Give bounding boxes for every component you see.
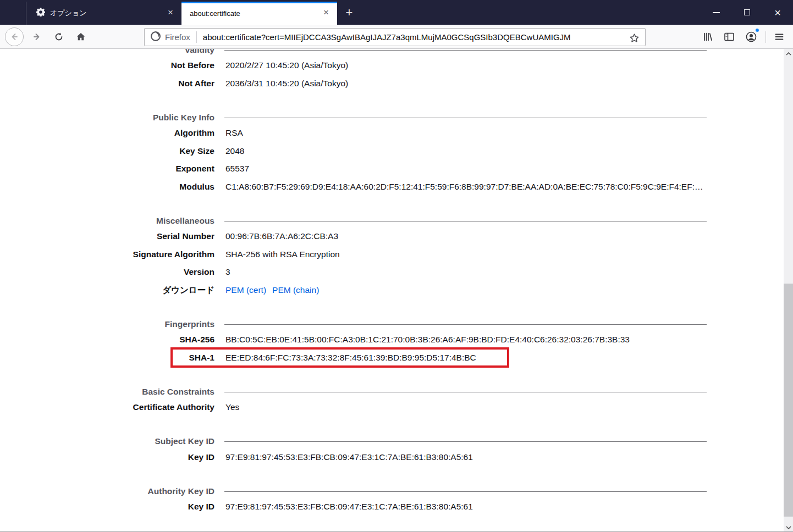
field-label: Algorithm — [0, 124, 214, 142]
window-close-button[interactable]: × — [762, 0, 793, 25]
url-text[interactable]: about:certificate?cert=MIIEjDCCA3SgAwIBA… — [203, 32, 645, 42]
reload-icon — [54, 32, 64, 42]
tab-bar: オプション × about:certificate × + × — [0, 0, 793, 25]
cert-field-row: Exponent65537 — [0, 160, 784, 178]
field-value: 97:E9:81:97:45:53:E3:FB:CB:09:47:E3:1C:7… — [225, 498, 773, 516]
chevron-down-icon — [786, 526, 791, 529]
tab-options[interactable]: オプション × — [26, 2, 181, 25]
navigation-toolbar: Firefox about:certificate?cert=MIIEjDCCA… — [0, 25, 793, 49]
field-value: 3 — [225, 263, 773, 281]
new-tab-button[interactable]: + — [341, 5, 357, 21]
forward-arrow-icon — [32, 32, 42, 42]
tab-certificate-close-icon[interactable]: × — [321, 8, 332, 19]
section-title: Miscellaneous — [0, 212, 214, 230]
window-controls: × — [701, 0, 793, 25]
close-icon: × — [774, 8, 781, 18]
field-label: Version — [0, 263, 214, 281]
library-button[interactable] — [700, 29, 715, 45]
field-label: Modulus — [0, 178, 214, 196]
home-button[interactable] — [71, 27, 90, 46]
field-label: Exponent — [0, 160, 214, 178]
section-title: Public Key Info — [0, 109, 214, 126]
field-label: SHA-256 — [0, 331, 214, 348]
field-label: Certificate Authority — [0, 398, 214, 416]
field-label: Signature Algorithm — [0, 246, 214, 263]
scroll-up-button[interactable] — [784, 49, 793, 58]
cert-field-row: Signature AlgorithmSHA-256 with RSA Encr… — [0, 246, 784, 263]
download-link[interactable]: PEM (chain) — [272, 285, 319, 295]
back-button[interactable] — [5, 27, 24, 46]
field-value: SHA-256 with RSA Encryption — [225, 246, 773, 263]
bookmark-star-button[interactable] — [627, 31, 641, 45]
section-title: Authority Key ID — [0, 483, 214, 500]
field-value: RSA — [225, 124, 773, 142]
scrollbar-thumb[interactable] — [784, 284, 793, 517]
cert-field-row: Not After2036/3/31 10:45:20 (Asia/Tokyo) — [0, 75, 784, 92]
cert-field-row: Key ID97:E9:81:97:45:53:E3:FB:CB:09:47:E… — [0, 498, 784, 516]
tab-about-certificate[interactable]: about:certificate × — [181, 2, 337, 25]
field-value: 00:96:7B:6B:7A:A6:2C:CB:A3 — [225, 228, 773, 245]
certificate-content: ValidityNot Before2020/2/27 10:45:20 (As… — [0, 49, 793, 532]
section-divider — [224, 50, 707, 51]
account-icon — [745, 31, 757, 43]
field-label: Key ID — [0, 448, 214, 466]
section-header-fingerprints: Fingerprints — [0, 315, 784, 333]
sidebar-toggle-button[interactable] — [722, 29, 737, 45]
field-value: C1:A8:60:B7:F5:29:69:D9:E4:18:AA:60:2D:F… — [225, 178, 773, 196]
section-divider — [224, 441, 707, 442]
tab-certificate-label: about:certificate — [190, 9, 240, 18]
cert-field-row: Key Size2048 — [0, 142, 784, 160]
field-label: Not After — [0, 75, 214, 92]
field-value: 2048 — [225, 142, 773, 160]
field-value: PEM (cert)PEM (chain) — [225, 281, 773, 299]
cert-field-row: Serial Number00:96:7B:6B:7A:A6:2C:CB:A3 — [0, 228, 784, 245]
account-button[interactable] — [744, 29, 759, 45]
field-label: Not Before — [0, 57, 214, 74]
section-header-subject-key-id: Subject Key ID — [0, 433, 784, 450]
field-value: BB:C0:5C:EB:0E:41:5B:00:FC:A3:0B:1C:21:7… — [225, 331, 773, 348]
forward-button[interactable] — [27, 27, 46, 46]
chevron-up-icon — [786, 52, 791, 56]
section-divider — [224, 118, 707, 118]
firefox-window: { "window": { "title_tabs": [ {"label": … — [0, 0, 793, 532]
tab-options-close-icon[interactable]: × — [165, 8, 176, 19]
urlbar-separator — [196, 31, 197, 43]
menu-button[interactable] — [772, 29, 787, 45]
back-arrow-icon — [9, 32, 19, 42]
field-label: Serial Number — [0, 228, 214, 245]
window-maximize-button[interactable] — [731, 0, 762, 25]
minimize-icon — [713, 12, 720, 13]
tab-options-label: オプション — [50, 8, 87, 18]
section-title: Fingerprints — [0, 315, 214, 333]
cert-field-row: Key ID97:E9:81:97:45:53:E3:FB:CB:09:47:E… — [0, 448, 784, 466]
section-divider — [224, 324, 707, 325]
section-title: Basic Constraints — [0, 383, 214, 401]
cert-field-row: ダウンロードPEM (cert)PEM (chain) — [0, 281, 784, 299]
section-divider — [224, 491, 707, 492]
field-value: 2020/2/27 10:45:20 (Asia/Tokyo) — [225, 57, 773, 74]
account-notification-dot — [755, 28, 759, 32]
url-fade-overlay — [580, 29, 624, 45]
firefox-logo-icon — [150, 31, 161, 44]
scroll-down-button[interactable] — [784, 523, 793, 532]
section-header-miscellaneous: Miscellaneous — [0, 212, 784, 230]
field-value: 65537 — [225, 160, 773, 178]
reload-button[interactable] — [49, 27, 68, 46]
url-bar[interactable]: Firefox about:certificate?cert=MIIEjDCCA… — [144, 28, 646, 46]
field-value: Yes — [225, 398, 773, 416]
cert-field-row: Certificate AuthorityYes — [0, 398, 784, 416]
field-label: ダウンロード — [0, 281, 214, 299]
maximize-icon — [744, 9, 750, 15]
window-minimize-button[interactable] — [701, 0, 731, 25]
section-divider — [224, 221, 707, 221]
download-link[interactable]: PEM (cert) — [225, 285, 266, 295]
section-header-authority-key-id: Authority Key ID — [0, 483, 784, 500]
sha1-highlight-box — [170, 347, 509, 368]
cert-field-row: Not Before2020/2/27 10:45:20 (Asia/Tokyo… — [0, 57, 784, 74]
home-icon — [76, 32, 86, 42]
cert-field-row: AlgorithmRSA — [0, 124, 784, 142]
library-icon — [702, 31, 713, 42]
vertical-scrollbar[interactable] — [784, 49, 793, 532]
toolbar-separator — [766, 31, 766, 43]
section-header-public-key-info: Public Key Info — [0, 109, 784, 126]
